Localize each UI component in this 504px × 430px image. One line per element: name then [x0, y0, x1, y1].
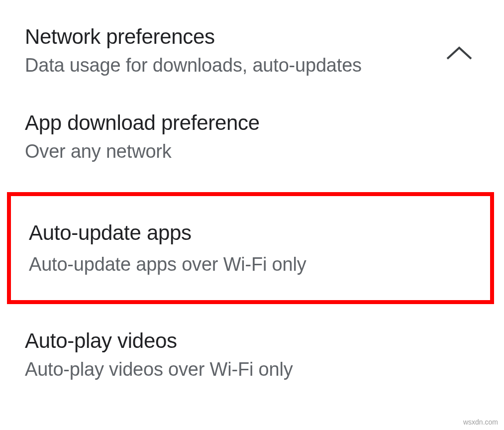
auto-play-videos-subtitle: Auto-play videos over Wi-Fi only — [25, 359, 479, 380]
auto-update-apps-title: Auto-update apps — [29, 221, 472, 245]
network-preferences-header[interactable]: Network preferences Data usage for downl… — [0, 0, 504, 96]
network-preferences-text: Network preferences Data usage for downl… — [25, 25, 444, 76]
app-download-preference-subtitle: Over any network — [25, 141, 479, 162]
app-download-preference-title: App download preference — [25, 111, 479, 135]
auto-play-videos-title: Auto-play videos — [25, 329, 479, 353]
network-preferences-subtitle: Data usage for downloads, auto-updates — [25, 55, 444, 76]
auto-update-apps-subtitle: Auto-update apps over Wi-Fi only — [29, 254, 472, 275]
app-download-preference-item[interactable]: App download preference Over any network — [0, 96, 504, 182]
auto-play-videos-item[interactable]: Auto-play videos Auto-play videos over W… — [0, 314, 504, 400]
watermark-text: wsxdn.com — [463, 418, 498, 426]
auto-update-apps-item[interactable]: Auto-update apps Auto-update apps over W… — [7, 192, 494, 304]
settings-container: Network preferences Data usage for downl… — [0, 0, 504, 400]
network-preferences-title: Network preferences — [25, 25, 444, 49]
chevron-up-icon[interactable] — [444, 45, 474, 65]
